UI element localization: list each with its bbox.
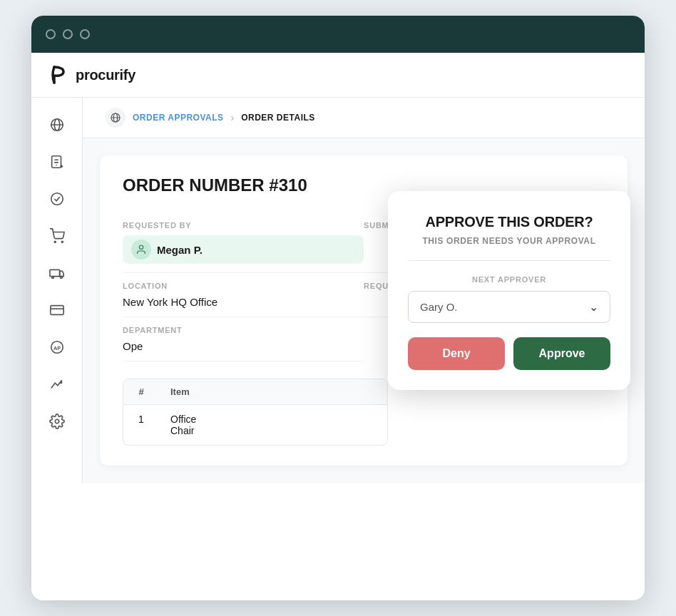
svg-point-10: [54, 241, 56, 242]
sidebar-item-card[interactable]: [41, 294, 73, 326]
svg-rect-15: [50, 306, 63, 315]
settings-icon: [49, 414, 65, 429]
modal-actions: Deny Approve: [408, 337, 610, 370]
sidebar-item-analytics[interactable]: [41, 369, 73, 400]
globe-icon: [49, 117, 65, 133]
browser-titlebar: [31, 16, 645, 53]
svg-point-11: [61, 241, 63, 242]
svg-rect-3: [51, 156, 61, 168]
svg-point-19: [55, 419, 59, 423]
sidebar-item-add-order[interactable]: [41, 146, 73, 178]
cart-icon: [49, 228, 65, 244]
sidebar-item-globe[interactable]: [41, 109, 73, 140]
modal-overlay: APPROVE THIS ORDER? THIS ORDER NEEDS YOU…: [83, 98, 645, 483]
browser-dot-1: [46, 29, 56, 39]
sidebar-item-cart[interactable]: [41, 220, 73, 252]
browser-dot-2: [63, 29, 73, 39]
approvals-icon: [49, 191, 65, 207]
svg-text:AP: AP: [53, 345, 60, 351]
add-order-icon: [49, 154, 65, 170]
main-area: AP: [31, 98, 645, 483]
delivery-icon: [49, 265, 65, 281]
svg-point-14: [60, 277, 62, 279]
svg-point-9: [51, 193, 63, 205]
modal-subtitle: THIS ORDER NEEDS YOUR APPROVAL: [408, 236, 610, 261]
ap-icon: AP: [49, 339, 65, 355]
svg-rect-12: [49, 270, 59, 276]
svg-point-13: [51, 277, 53, 279]
app-container: procurify: [31, 53, 645, 483]
approve-button[interactable]: Approve: [513, 337, 610, 370]
sidebar-item-approvals[interactable]: [41, 183, 73, 215]
modal-title: APPROVE THIS ORDER?: [408, 214, 610, 230]
approval-modal: APPROVE THIS ORDER? THIS ORDER NEEDS YOU…: [388, 191, 630, 390]
sidebar-item-ap[interactable]: AP: [41, 332, 73, 363]
browser-window: procurify: [31, 16, 645, 600]
sidebar-item-settings[interactable]: [41, 406, 73, 437]
deny-button[interactable]: Deny: [408, 337, 505, 370]
sidebar: AP: [31, 98, 83, 483]
logo-text: procurify: [76, 67, 135, 83]
approver-dropdown[interactable]: Gary O. ⌄: [408, 291, 610, 323]
sidebar-item-delivery[interactable]: [41, 257, 73, 289]
card-icon: [49, 302, 65, 318]
content-area: ORDER APPROVALS › ORDER DETAILS ORDER NU…: [83, 98, 645, 483]
analytics-icon: [49, 376, 65, 392]
logo-area: procurify: [48, 64, 135, 86]
browser-dot-3: [80, 29, 90, 39]
next-approver-label: NEXT APPROVER: [408, 275, 610, 284]
approver-name: Gary O.: [420, 301, 458, 313]
chevron-down-icon: ⌄: [589, 300, 598, 314]
top-bar: procurify: [31, 53, 645, 98]
logo-icon: [48, 64, 70, 86]
